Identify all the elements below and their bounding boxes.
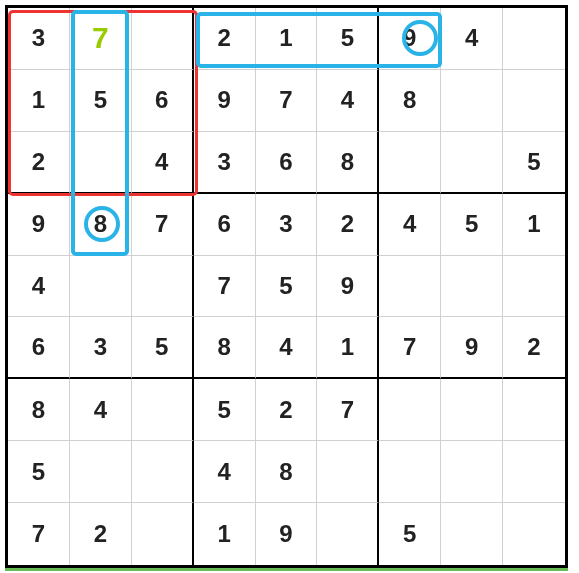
- cell-r5-c1[interactable]: 3: [70, 317, 132, 379]
- cell-r7-c4[interactable]: 8: [256, 441, 318, 503]
- cell-r2-c4[interactable]: 6: [256, 132, 318, 194]
- cell-r2-c8[interactable]: 5: [503, 132, 565, 194]
- cell-r0-c4[interactable]: 1: [256, 8, 318, 70]
- cell-r4-c6[interactable]: [379, 256, 441, 318]
- cell-r6-c2[interactable]: [132, 379, 194, 441]
- cell-r7-c7[interactable]: [441, 441, 503, 503]
- cell-r3-c6[interactable]: 4: [379, 194, 441, 256]
- cell-r4-c5[interactable]: 9: [317, 256, 379, 318]
- cell-r1-c0[interactable]: 1: [8, 70, 70, 132]
- cell-r3-c5[interactable]: 2: [317, 194, 379, 256]
- grid-row: 243685: [8, 132, 565, 194]
- cell-r1-c6[interactable]: 8: [379, 70, 441, 132]
- cell-r1-c7[interactable]: [441, 70, 503, 132]
- cell-r3-c7[interactable]: 5: [441, 194, 503, 256]
- cell-r6-c0[interactable]: 8: [8, 379, 70, 441]
- cell-r8-c6[interactable]: 5: [379, 503, 441, 565]
- cell-r3-c2[interactable]: 7: [132, 194, 194, 256]
- cell-r2-c5[interactable]: 8: [317, 132, 379, 194]
- cell-r4-c0[interactable]: 4: [8, 256, 70, 318]
- grid-row: 3721594: [8, 8, 565, 70]
- cell-r3-c8[interactable]: 1: [503, 194, 565, 256]
- cell-r1-c4[interactable]: 7: [256, 70, 318, 132]
- cell-r4-c2[interactable]: [132, 256, 194, 318]
- cell-r6-c7[interactable]: [441, 379, 503, 441]
- cell-r0-c2[interactable]: [132, 8, 194, 70]
- cell-r3-c1[interactable]: 8: [70, 194, 132, 256]
- cell-r8-c5[interactable]: [317, 503, 379, 565]
- cell-r8-c2[interactable]: [132, 503, 194, 565]
- cell-r6-c5[interactable]: 7: [317, 379, 379, 441]
- cell-r3-c0[interactable]: 9: [8, 194, 70, 256]
- cell-r0-c0[interactable]: 3: [8, 8, 70, 70]
- cell-r2-c2[interactable]: 4: [132, 132, 194, 194]
- cell-r4-c8[interactable]: [503, 256, 565, 318]
- cell-r7-c3[interactable]: 4: [194, 441, 256, 503]
- cell-r8-c0[interactable]: 7: [8, 503, 70, 565]
- grid-row: 635841792: [8, 317, 565, 379]
- cell-r8-c8[interactable]: [503, 503, 565, 565]
- cell-r6-c8[interactable]: [503, 379, 565, 441]
- grid-row: 987632451: [8, 194, 565, 256]
- cell-r1-c5[interactable]: 4: [317, 70, 379, 132]
- board-shadow: [5, 568, 568, 571]
- grid-row: 72195: [8, 503, 565, 565]
- cell-r4-c3[interactable]: 7: [194, 256, 256, 318]
- cell-r5-c5[interactable]: 1: [317, 317, 379, 379]
- sudoku-wrap: 3721594156974824368598763245147596358417…: [0, 0, 579, 573]
- cell-r6-c1[interactable]: 4: [70, 379, 132, 441]
- sudoku-board: 3721594156974824368598763245147596358417…: [5, 5, 568, 568]
- cell-r8-c4[interactable]: 9: [256, 503, 318, 565]
- cell-r1-c1[interactable]: 5: [70, 70, 132, 132]
- cell-r2-c0[interactable]: 2: [8, 132, 70, 194]
- cell-r1-c3[interactable]: 9: [194, 70, 256, 132]
- cell-r8-c3[interactable]: 1: [194, 503, 256, 565]
- cell-r4-c1[interactable]: [70, 256, 132, 318]
- cell-r8-c1[interactable]: 2: [70, 503, 132, 565]
- cell-r7-c5[interactable]: [317, 441, 379, 503]
- cell-r7-c6[interactable]: [379, 441, 441, 503]
- cell-r5-c8[interactable]: 2: [503, 317, 565, 379]
- cell-r7-c8[interactable]: [503, 441, 565, 503]
- cell-r6-c4[interactable]: 2: [256, 379, 318, 441]
- cell-r6-c3[interactable]: 5: [194, 379, 256, 441]
- cell-r2-c7[interactable]: [441, 132, 503, 194]
- cell-r0-c1[interactable]: 7: [70, 8, 132, 70]
- cell-r1-c8[interactable]: [503, 70, 565, 132]
- grid-row: 4759: [8, 256, 565, 318]
- cell-r2-c1[interactable]: [70, 132, 132, 194]
- cell-r7-c1[interactable]: [70, 441, 132, 503]
- cell-r3-c4[interactable]: 3: [256, 194, 318, 256]
- cell-r5-c4[interactable]: 4: [256, 317, 318, 379]
- cell-r7-c0[interactable]: 5: [8, 441, 70, 503]
- cell-r0-c5[interactable]: 5: [317, 8, 379, 70]
- cell-r0-c7[interactable]: 4: [441, 8, 503, 70]
- cell-r5-c7[interactable]: 9: [441, 317, 503, 379]
- cell-r7-c2[interactable]: [132, 441, 194, 503]
- cell-r5-c2[interactable]: 5: [132, 317, 194, 379]
- cell-r6-c6[interactable]: [379, 379, 441, 441]
- cell-r1-c2[interactable]: 6: [132, 70, 194, 132]
- cell-r0-c8[interactable]: [503, 8, 565, 70]
- cell-r4-c4[interactable]: 5: [256, 256, 318, 318]
- cell-r2-c3[interactable]: 3: [194, 132, 256, 194]
- cell-r5-c3[interactable]: 8: [194, 317, 256, 379]
- cell-r5-c0[interactable]: 6: [8, 317, 70, 379]
- cell-r0-c6[interactable]: 9: [379, 8, 441, 70]
- cell-r8-c7[interactable]: [441, 503, 503, 565]
- grid-row: 1569748: [8, 70, 565, 132]
- cell-r5-c6[interactable]: 7: [379, 317, 441, 379]
- cell-r0-c3[interactable]: 2: [194, 8, 256, 70]
- cell-r4-c7[interactable]: [441, 256, 503, 318]
- cell-r2-c6[interactable]: [379, 132, 441, 194]
- grid-row: 548: [8, 441, 565, 503]
- grid-row: 84527: [8, 379, 565, 441]
- cell-r3-c3[interactable]: 6: [194, 194, 256, 256]
